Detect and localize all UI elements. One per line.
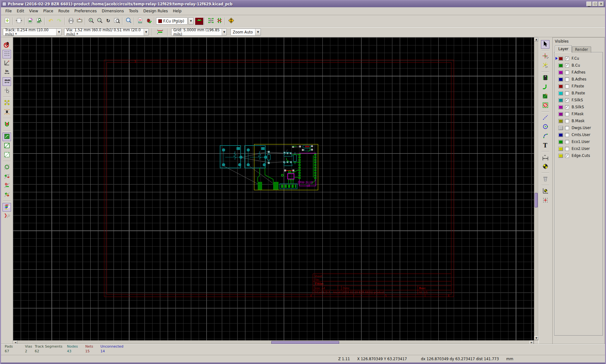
library-browser-button[interactable] [35, 17, 43, 25]
layer-row-cmtsuser[interactable]: Cmts.User [555, 131, 603, 138]
vertical-scrollbar[interactable]: ▲ ▼ [534, 37, 538, 340]
layer-visibility-checkbox[interactable] [565, 84, 569, 88]
layer-row-bcu[interactable]: B.Cu [555, 62, 603, 69]
zoom-select[interactable]: Zoom Auto ▼ [231, 28, 261, 36]
layer-visibility-checkbox[interactable] [565, 133, 569, 137]
add-circle-button[interactable] [541, 123, 549, 131]
undo-button[interactable]: ↶ [46, 17, 55, 25]
menu-dimensions[interactable]: Dimensions [99, 8, 126, 14]
layer-visibility-checkbox[interactable] [565, 63, 569, 68]
layer-color-swatch[interactable] [558, 91, 563, 95]
add-line-button[interactable] [541, 114, 549, 122]
add-track-button[interactable] [541, 83, 549, 92]
layers-manager-toggle[interactable] [3, 203, 11, 212]
polar-coords-button[interactable] [3, 59, 11, 68]
layer-row-eco2user[interactable]: Eco2.User [555, 145, 603, 152]
print-button[interactable] [67, 17, 75, 25]
scroll-up-button[interactable]: ▲ [534, 38, 538, 41]
pcb-canvas[interactable]: 1 4 5 6 Sheet: File: Title: [13, 37, 534, 340]
layer-color-swatch[interactable] [558, 84, 563, 88]
layer-visibility-checkbox[interactable] [565, 98, 569, 102]
add-zone-button[interactable] [541, 92, 549, 101]
copper-pad-2[interactable] [273, 182, 279, 190]
add-text-button[interactable]: T [541, 141, 549, 150]
redo-button[interactable]: ↷ [55, 17, 63, 25]
menu-tools[interactable]: Tools [126, 8, 141, 14]
zoom-fit-button[interactable] [112, 17, 121, 25]
menu-place[interactable]: Place [41, 8, 56, 14]
transistor-footprint-2[interactable] [283, 161, 292, 166]
titlebar[interactable]: Pcbnew (2016-02-29 BZR 6601)-product /ho… [1, 1, 605, 7]
layer-row-fcu[interactable]: F.Cu [555, 55, 603, 62]
add-footprint-button[interactable] [541, 74, 549, 82]
pin-header-footprint[interactable] [280, 184, 297, 189]
layer-row-badhes[interactable]: B.Adhes [555, 76, 603, 83]
layer-selector-arrow[interactable]: ▼ [188, 17, 194, 25]
layer-color-swatch[interactable] [558, 70, 563, 75]
grid-select[interactable]: Grid: 5.0000 mm (196.85 mils) ▼ [171, 28, 227, 36]
menu-preferences[interactable]: Preferences [72, 8, 99, 14]
track-width-arrow[interactable]: ▼ [56, 29, 61, 35]
menu-route[interactable]: Route [56, 8, 72, 14]
select-tool-button[interactable] [541, 40, 549, 49]
track-width-select[interactable]: Track: 0.254 mm (10.00 mils) * ▼ [3, 28, 62, 36]
page-settings-button[interactable] [15, 17, 23, 25]
pads-sketch-button[interactable] [3, 163, 11, 172]
layer-visibility-checkbox[interactable] [565, 91, 569, 95]
layer-visibility-checkbox[interactable] [565, 154, 569, 158]
layer-color-swatch[interactable] [558, 140, 563, 144]
via-size-arrow[interactable]: ▼ [144, 29, 148, 35]
grid-origin-button[interactable] [541, 196, 549, 205]
grid-visibility-button[interactable] [3, 50, 11, 58]
layer-visibility-checkbox[interactable] [565, 70, 569, 75]
menu-help[interactable]: Help [170, 8, 184, 14]
zoom-out-button[interactable] [95, 17, 104, 25]
redraw-button[interactable]: ↻ [104, 17, 112, 25]
close-button[interactable]: × [598, 2, 604, 6]
module-editor-button[interactable] [26, 17, 35, 25]
microwave-tools-button[interactable] [227, 17, 235, 25]
layer-visibility-checkbox[interactable] [565, 77, 569, 81]
track-mode-button[interactable] [215, 17, 224, 25]
resistor-footprint-1[interactable] [267, 151, 270, 164]
zoom-arrow[interactable]: ▼ [255, 29, 261, 35]
cursor-shape-button[interactable] [3, 87, 11, 95]
via-size-select[interactable]: Via: 1.52 mm (60.0 mils)/ 0.51 mm (20.0 … [64, 28, 149, 36]
delete-tool-button[interactable] [541, 175, 549, 183]
vertical-scroll-thumb[interactable] [535, 193, 538, 207]
zones-outline2-button[interactable] [3, 151, 11, 159]
layer-visibility-checkbox[interactable] [565, 112, 569, 116]
menu-design-rules[interactable]: Design Rules [141, 8, 171, 14]
menu-view[interactable]: View [27, 8, 40, 14]
module-ratsnest-button[interactable] [3, 108, 11, 116]
tracks-sketch-button[interactable] [3, 182, 11, 190]
layer-row-edgecuts[interactable]: Edge.Cuts [555, 152, 603, 159]
auto-track-width-button[interactable] [156, 28, 164, 36]
layer-row-bsilks[interactable]: B.SilkS [555, 104, 603, 110]
layer-color-swatch[interactable] [558, 57, 563, 61]
add-arc-button[interactable] [541, 132, 549, 140]
tab-render[interactable]: Render [572, 46, 591, 53]
menu-file[interactable]: File [3, 8, 14, 14]
zones-outline-button[interactable] [3, 142, 11, 150]
netlist-button[interactable]: NET [136, 17, 144, 25]
drill-origin-button[interactable] [541, 187, 549, 196]
transistor-footprint-1[interactable] [284, 152, 292, 156]
layer-color-swatch[interactable] [558, 112, 563, 116]
local-ratsnest-button[interactable] [541, 62, 549, 70]
smd-ic-footprint[interactable] [288, 173, 294, 180]
layer-visibility-checkbox[interactable] [565, 147, 569, 151]
highlight-net-button[interactable] [541, 52, 549, 61]
auto-delete-track-button[interactable] [3, 120, 11, 129]
menu-edit[interactable]: Edit [14, 8, 27, 14]
vias-sketch-button[interactable] [3, 172, 11, 181]
relay-footprint-2[interactable] [245, 146, 267, 168]
add-dimension-button[interactable] [541, 153, 549, 162]
units-inches-button[interactable]: In [3, 68, 11, 77]
layer-row-fpaste[interactable]: F.Paste [555, 83, 603, 90]
layer-visibility-checkbox[interactable] [565, 57, 569, 61]
grid-arrow[interactable]: ▼ [222, 29, 226, 35]
layer-row-fadhes[interactable]: F.Adhes [555, 69, 603, 76]
layer-selector[interactable]: F.Cu (PgUp) [156, 17, 188, 25]
add-keepout-button[interactable] [541, 101, 549, 110]
